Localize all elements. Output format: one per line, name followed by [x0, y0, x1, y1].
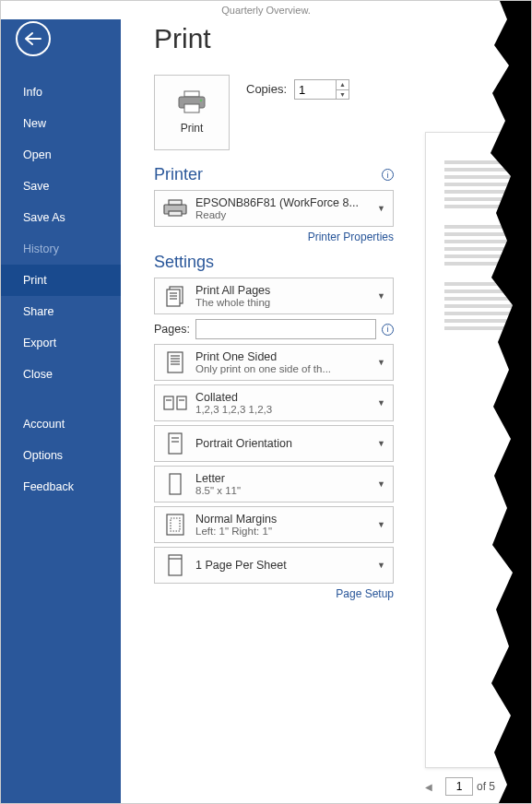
chevron-down-icon: ▼: [373, 291, 389, 301]
chevron-down-icon: ▼: [373, 398, 389, 408]
sidebar-item-open[interactable]: Open: [1, 139, 121, 171]
print-button[interactable]: Print: [154, 75, 230, 150]
margins-icon: [160, 512, 190, 538]
chevron-down-icon: ▼: [373, 358, 389, 367]
one-sided-icon: [160, 349, 190, 375]
printer-device-icon: [160, 195, 190, 221]
chevron-down-icon: ▼: [373, 479, 389, 489]
svg-rect-24: [170, 474, 181, 494]
pages-label: Pages:: [154, 323, 190, 336]
sidebar-item-close[interactable]: Close: [1, 359, 121, 390]
sidebar-item-history: History: [1, 233, 121, 265]
printer-name: EPSONB86F81 (WorkForce 8...: [195, 196, 373, 209]
sidebar-item-info[interactable]: Info: [1, 77, 121, 108]
sidebar-item-export[interactable]: Export: [1, 327, 121, 359]
backstage-sidebar: Info New Open Save Save As History Print…: [1, 1, 121, 803]
page-title: Print: [154, 23, 394, 54]
printer-heading: Printer i: [154, 165, 394, 184]
svg-point-3: [200, 100, 203, 102]
copies-input[interactable]: [295, 80, 336, 99]
chevron-down-icon: ▼: [373, 204, 389, 213]
sidebar-item-print[interactable]: Print: [1, 265, 121, 296]
svg-rect-5: [169, 200, 182, 205]
pages-stack-icon: [160, 283, 190, 309]
sidebar-item-options[interactable]: Options: [1, 440, 121, 471]
chevron-down-icon: ▼: [373, 439, 389, 448]
sidebar-item-saveas[interactable]: Save As: [1, 202, 121, 233]
sidebar-item-new[interactable]: New: [1, 108, 121, 139]
svg-rect-12: [168, 352, 183, 372]
svg-rect-26: [171, 518, 180, 531]
back-arrow-icon: [24, 31, 42, 46]
printer-status: Ready: [195, 209, 373, 220]
sidebar-item-save[interactable]: Save: [1, 171, 121, 202]
svg-rect-6: [169, 211, 182, 216]
settings-heading: Settings: [154, 253, 394, 272]
info-icon[interactable]: i: [382, 324, 394, 336]
print-range-dropdown[interactable]: Print All Pages The whole thing ▼: [154, 278, 394, 314]
sidebar-item-account[interactable]: Account: [1, 408, 121, 440]
info-icon[interactable]: i: [382, 169, 394, 181]
prev-page-button[interactable]: ◀: [425, 782, 432, 792]
pages-input[interactable]: [195, 319, 376, 339]
page-icon: [160, 471, 190, 497]
collated-icon: [160, 390, 190, 416]
sidebar-item-share[interactable]: Share: [1, 296, 121, 327]
orientation-dropdown[interactable]: Portrait Orientation ▼: [154, 425, 394, 462]
svg-rect-21: [169, 433, 182, 454]
main-panel: Print Print Copies: ▲ ▼: [121, 1, 531, 803]
svg-rect-8: [167, 290, 180, 306]
print-button-label: Print: [181, 122, 204, 135]
portrait-icon: [160, 431, 190, 456]
pages-per-sheet-dropdown[interactable]: 1 Page Per Sheet ▼: [154, 547, 394, 584]
svg-rect-0: [184, 91, 199, 97]
paper-size-dropdown[interactable]: Letter 8.5" x 11" ▼: [154, 466, 394, 502]
printer-properties-link[interactable]: Printer Properties: [154, 231, 394, 243]
margins-dropdown[interactable]: Normal Margins Left: 1" Right: 1" ▼: [154, 506, 394, 543]
current-page-input[interactable]: [445, 777, 473, 796]
copies-label: Copies:: [246, 82, 287, 96]
copies-stepper[interactable]: ▲ ▼: [294, 79, 349, 100]
svg-rect-17: [164, 396, 173, 409]
svg-rect-27: [169, 555, 182, 575]
svg-rect-2: [184, 104, 199, 112]
svg-rect-25: [167, 514, 183, 535]
sidebar-item-feedback[interactable]: Feedback: [1, 471, 121, 502]
chevron-down-icon: ▼: [373, 520, 389, 529]
back-button[interactable]: [16, 21, 51, 56]
page-setup-link[interactable]: Page Setup: [154, 587, 394, 600]
chevron-down-icon: ▼: [373, 561, 389, 570]
collate-dropdown[interactable]: Collated 1,2,3 1,2,3 1,2,3 ▼: [154, 384, 394, 421]
printer-dropdown[interactable]: EPSONB86F81 (WorkForce 8... Ready ▼: [154, 190, 394, 227]
sides-dropdown[interactable]: Print One Sided Only print on one side o…: [154, 344, 394, 381]
printer-icon: [177, 90, 207, 114]
spin-up-icon[interactable]: ▲: [337, 80, 349, 90]
sheet-icon: [160, 552, 190, 578]
svg-rect-18: [177, 396, 186, 409]
spin-down-icon[interactable]: ▼: [337, 90, 349, 100]
torn-edge-decoration: [489, 1, 532, 804]
